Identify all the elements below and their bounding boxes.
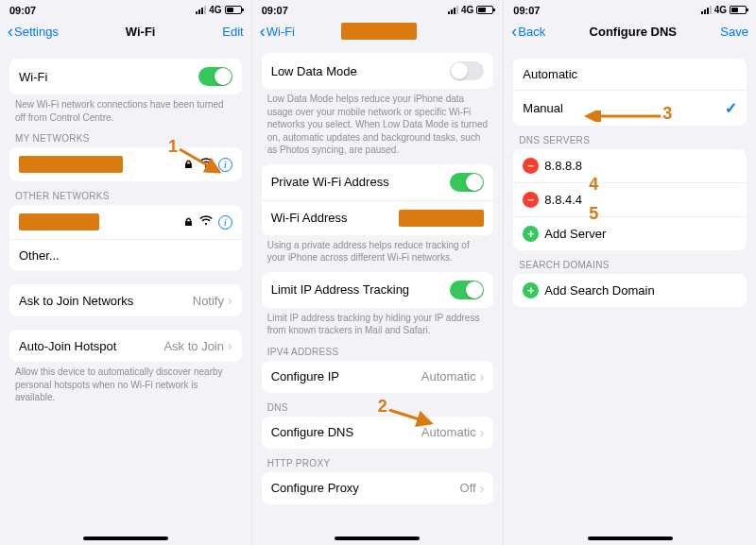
- limit-tracking-note: Limit IP address tracking by hiding your…: [262, 308, 494, 337]
- nav-title-redacted: [341, 23, 417, 40]
- wifi-address-row: Wi-Fi Address: [262, 200, 494, 235]
- private-address-toggle[interactable]: [450, 173, 484, 192]
- cell-signal-icon: [196, 6, 206, 14]
- status-time: 09:07: [262, 5, 288, 16]
- status-network: 4G: [461, 5, 473, 15]
- battery-icon: [730, 6, 747, 14]
- back-button[interactable]: ‹ Wi-Fi: [260, 23, 295, 40]
- status-network: 4G: [714, 5, 727, 15]
- low-data-row[interactable]: Low Data Mode: [262, 53, 494, 89]
- configure-dns-value: Automatic: [421, 425, 476, 439]
- status-bar: 09:07 4G: [0, 0, 251, 17]
- dns-server-row-2[interactable]: − 8.8.4.4: [513, 182, 747, 216]
- dns-server-value: 8.8.8.8: [544, 159, 582, 173]
- chevron-left-icon: ‹: [260, 23, 266, 40]
- dns-mode-manual[interactable]: Manual ✓: [513, 90, 747, 126]
- other-network-row[interactable]: 🔒︎ i: [9, 205, 242, 239]
- add-icon[interactable]: +: [523, 226, 539, 242]
- configure-proxy-label: Configure Proxy: [271, 481, 359, 495]
- info-icon[interactable]: i: [218, 215, 232, 230]
- battery-icon: [225, 6, 242, 14]
- configure-proxy-value: Off: [460, 481, 476, 495]
- wifi-icon: [199, 215, 213, 229]
- my-network-row[interactable]: 🔒︎ i: [9, 147, 242, 181]
- low-data-toggle[interactable]: [450, 61, 484, 80]
- low-data-note: Low Data Mode helps reduce your iPhone d…: [262, 89, 494, 157]
- cell-signal-icon: [448, 6, 458, 14]
- save-button[interactable]: Save: [720, 25, 748, 39]
- back-label: Back: [518, 25, 545, 39]
- limit-tracking-label: Limit IP Address Tracking: [271, 282, 409, 297]
- wifi-toggle[interactable]: [198, 67, 232, 86]
- network-name-redacted: [19, 213, 99, 230]
- back-button[interactable]: ‹ Settings: [8, 23, 59, 40]
- status-network: 4G: [209, 5, 221, 15]
- add-search-domain-label: Add Search Domain: [544, 283, 654, 298]
- private-address-row[interactable]: Private Wi-Fi Address: [262, 164, 494, 200]
- status-time: 09:07: [9, 5, 36, 16]
- my-networks-header: MY NETWORKS: [9, 124, 242, 147]
- configure-ip-value: Automatic: [421, 369, 476, 383]
- configure-ip-label: Configure IP: [271, 369, 339, 383]
- content: Low Data Mode Low Data Mode helps reduce…: [252, 45, 504, 545]
- chevron-right-icon: ›: [228, 293, 232, 308]
- search-domains-header: SEARCH DOMAINS: [513, 250, 747, 274]
- ipv4-header: IPV4 ADDRESS: [262, 337, 494, 361]
- info-icon[interactable]: i: [218, 158, 232, 172]
- screen-wifi-details: 09:07 4G ‹ Wi-Fi Low Data Mode: [252, 0, 505, 545]
- auto-join-hotspot-row[interactable]: Auto-Join Hotspot Ask to Join ›: [9, 330, 242, 362]
- ask-to-join-value: Notify: [193, 294, 224, 308]
- nav-title: Wi-Fi: [126, 25, 156, 39]
- nav-bar: ‹ Back Configure DNS Save: [504, 17, 756, 45]
- configure-dns-label: Configure DNS: [271, 425, 353, 439]
- configure-proxy-row[interactable]: Configure Proxy Off ›: [262, 472, 494, 504]
- configure-ip-row[interactable]: Configure IP Automatic ›: [262, 361, 494, 393]
- lock-icon: 🔒︎: [183, 159, 194, 170]
- nav-bar: ‹ Wi-Fi: [252, 17, 504, 45]
- wifi-address-label: Wi-Fi Address: [271, 211, 348, 225]
- screen-wifi-settings: 09:07 4G ‹ Settings Wi-Fi Edit Wi-Fi: [0, 0, 252, 545]
- content: Wi-Fi New Wi-Fi network connections have…: [0, 45, 251, 545]
- limit-tracking-row[interactable]: Limit IP Address Tracking: [262, 272, 494, 308]
- back-button[interactable]: ‹ Back: [511, 23, 545, 40]
- low-data-label: Low Data Mode: [271, 64, 357, 78]
- nav-title: Configure DNS: [590, 25, 677, 39]
- add-icon[interactable]: +: [523, 282, 539, 298]
- ask-to-join-row[interactable]: Ask to Join Networks Notify ›: [9, 284, 242, 316]
- wifi-icon: [199, 158, 213, 171]
- home-indicator[interactable]: [335, 536, 420, 540]
- home-indicator[interactable]: [588, 536, 673, 540]
- other-networks-header: OTHER NETWORKS: [9, 181, 242, 205]
- remove-icon[interactable]: −: [523, 192, 539, 208]
- dns-mode-automatic[interactable]: Automatic: [513, 59, 747, 90]
- status-bar: 09:07 4G: [252, 0, 504, 17]
- other-network-more[interactable]: Other...: [9, 239, 242, 271]
- content: Automatic Manual ✓ DNS SERVERS − 8.8.8.8: [504, 45, 756, 545]
- private-address-label: Private Wi-Fi Address: [271, 175, 389, 189]
- chevron-left-icon: ‹: [511, 23, 517, 40]
- wifi-toggle-row[interactable]: Wi-Fi: [9, 59, 242, 94]
- chevron-right-icon: ›: [480, 369, 485, 384]
- proxy-header: HTTP PROXY: [262, 449, 494, 472]
- configure-dns-row[interactable]: Configure DNS Automatic ›: [262, 417, 494, 449]
- edit-button[interactable]: Edit: [222, 25, 243, 39]
- auto-join-hotspot-value: Ask to Join: [163, 339, 224, 353]
- status-right: 4G: [701, 5, 747, 15]
- other-label: Other...: [19, 248, 60, 263]
- auto-join-note: Allow this device to automatically disco…: [9, 362, 242, 404]
- add-search-domain-row[interactable]: + Add Search Domain: [513, 274, 747, 307]
- remove-icon[interactable]: −: [523, 158, 539, 174]
- dns-server-row-1[interactable]: − 8.8.8.8: [513, 149, 747, 182]
- battery-icon: [476, 6, 493, 14]
- status-bar: 09:07 4G: [504, 0, 756, 17]
- limit-tracking-toggle[interactable]: [450, 281, 484, 299]
- cell-signal-icon: [701, 6, 712, 14]
- checkmark-icon: ✓: [725, 99, 737, 117]
- chevron-right-icon: ›: [228, 338, 232, 353]
- automatic-label: Automatic: [523, 67, 577, 81]
- wifi-cc-note: New Wi-Fi network connections have been …: [9, 94, 242, 124]
- back-label: Wi-Fi: [266, 25, 295, 39]
- add-server-row[interactable]: + Add Server: [513, 216, 747, 250]
- home-indicator[interactable]: [83, 536, 168, 540]
- screen-configure-dns: 09:07 4G ‹ Back Configure DNS Save Autom…: [504, 0, 756, 545]
